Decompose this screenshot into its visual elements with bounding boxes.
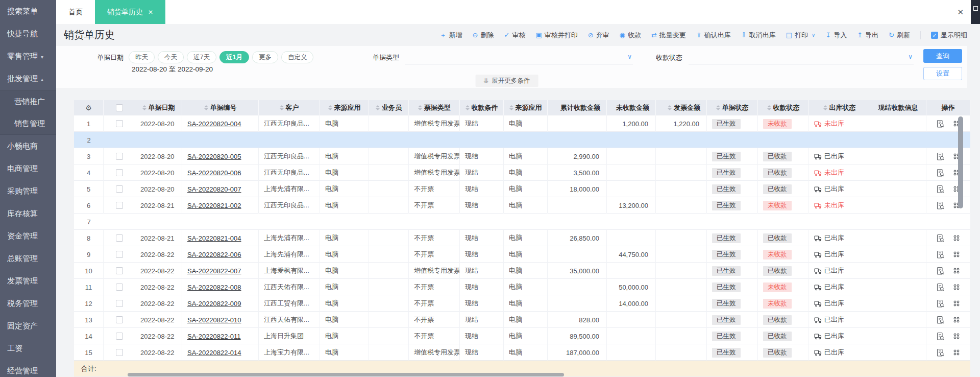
column-header-source[interactable]: 来源应用 — [320, 100, 369, 115]
print-button[interactable]: ▤打印∨ — [786, 31, 816, 40]
settings-button[interactable]: 设置 — [923, 67, 962, 80]
row-checkbox[interactable] — [116, 234, 123, 242]
table-row[interactable]: 42022-08-20SA-20220820-006江西无印良品...电脑增值税… — [74, 164, 970, 181]
tab-home[interactable]: 首页 — [56, 0, 95, 24]
table-row[interactable]: 82022-08-21SA-20220821-004上海先浦有限...电脑不开票… — [74, 230, 970, 246]
doc-number-link[interactable]: SA-20220822-014 — [187, 349, 241, 357]
sort-caret-icon[interactable] — [509, 105, 513, 110]
sort-caret-icon[interactable] — [668, 105, 672, 110]
sort-caret-icon[interactable] — [823, 105, 827, 110]
column-header-ops[interactable]: 操作 — [926, 100, 970, 115]
table-row[interactable]: 152022-08-22SA-20220822-014上海宝力有限...电脑增值… — [74, 344, 970, 361]
sidebar-item-库存核算[interactable]: 库存核算 — [0, 202, 56, 225]
row-checkbox[interactable] — [116, 251, 123, 258]
sort-caret-icon[interactable] — [465, 105, 470, 110]
column-header-invoice_type[interactable]: 票据类型 — [409, 100, 460, 115]
more-actions-icon[interactable] — [953, 349, 960, 356]
sidebar-item-批发管理[interactable]: 批发管理▴ — [0, 67, 56, 90]
row-checkbox[interactable] — [116, 333, 123, 340]
column-header-date[interactable]: 单据日期 — [135, 100, 182, 115]
delete-button[interactable]: ⊖删除 — [473, 31, 494, 40]
sort-caret-icon[interactable] — [376, 105, 380, 110]
sidebar-item-营销推广[interactable]: 营销推广 — [0, 90, 56, 112]
add-button[interactable]: ＋新增 — [440, 31, 462, 40]
sidebar-item-快捷导航[interactable]: 快捷导航 — [0, 22, 56, 45]
column-header-doc_no[interactable]: 单据编号 — [182, 100, 259, 115]
table-row[interactable]: 112022-08-22SA-20220822-008江西天佑有限...电脑不开… — [74, 279, 970, 295]
date-pill-近1月[interactable]: 近1月 — [219, 51, 249, 63]
fullscreen-icon[interactable] — [973, 6, 978, 11]
doc-number-link[interactable]: SA-20220821-004 — [187, 234, 241, 242]
column-header-unreceived[interactable]: 未收款金额 — [607, 100, 656, 115]
column-settings-header[interactable]: ⚙ — [74, 100, 104, 115]
sort-caret-icon[interactable] — [280, 105, 284, 110]
sidebar-item-发票管理[interactable]: 发票管理 — [0, 270, 56, 292]
audit-button[interactable]: ✓审核 — [504, 31, 525, 40]
row-checkbox[interactable] — [116, 120, 123, 127]
more-actions-icon[interactable] — [953, 316, 960, 323]
view-detail-icon[interactable] — [936, 250, 945, 259]
sidebar-item-税务管理[interactable]: 税务管理 — [0, 292, 56, 315]
column-header-out_status[interactable]: 出库状态 — [809, 100, 870, 115]
table-row[interactable]: 32022-08-20SA-20220820-005江西无印良品...电脑增值税… — [74, 148, 970, 164]
doc-number-link[interactable]: SA-20220820-007 — [187, 185, 241, 193]
column-header-pay_status[interactable]: 收款状态 — [758, 100, 809, 115]
query-button[interactable]: 查询 — [923, 49, 962, 63]
more-actions-icon[interactable] — [953, 284, 960, 291]
view-detail-icon[interactable] — [936, 234, 945, 243]
column-header-pay_term[interactable]: 收款条件 — [460, 100, 504, 115]
row-checkbox[interactable] — [116, 316, 123, 323]
row-checkbox[interactable] — [116, 300, 123, 307]
show-detail-toggle[interactable]: ✓显示明细 — [931, 31, 967, 40]
select-all-checkbox[interactable] — [116, 104, 123, 111]
more-actions-icon[interactable] — [953, 333, 960, 340]
batch-change-button[interactable]: ⇄批量变更 — [651, 31, 686, 40]
row-checkbox[interactable] — [116, 169, 123, 176]
export-button[interactable]: ↥导出 — [857, 31, 878, 40]
date-pill-自定义[interactable]: 自定义 — [281, 51, 314, 63]
column-header-cum_received[interactable]: 累计收款金额 — [548, 100, 607, 115]
sort-caret-icon[interactable] — [328, 105, 332, 110]
table-row[interactable]: 2 — [74, 132, 970, 148]
doc-number-link[interactable]: SA-20220821-002 — [187, 202, 241, 209]
column-header-salesman[interactable]: 业务员 — [369, 100, 409, 115]
tab-close-icon[interactable]: ✕ — [148, 9, 153, 16]
table-row[interactable]: 62022-08-21SA-20220821-002江西无印良品...电脑不开票… — [74, 197, 970, 214]
table-row[interactable]: 52022-08-20SA-20220820-007上海先浦有限...电脑不开票… — [74, 181, 970, 197]
doc-number-link[interactable]: SA-20220820-005 — [187, 153, 241, 160]
horizontal-scrollbar[interactable] — [128, 373, 564, 376]
sidebar-item-采购管理[interactable]: 采购管理 — [0, 180, 56, 202]
doc-type-select[interactable]: ∨ — [405, 51, 633, 64]
table-row[interactable]: 12022-08-20SA-20220820-004江西无印良品...电脑增值税… — [74, 115, 970, 132]
column-header-cash_info[interactable]: 现结收款信息 — [870, 100, 926, 115]
date-pill-今天[interactable]: 今天 — [158, 51, 184, 63]
view-detail-icon[interactable] — [936, 299, 945, 308]
sort-caret-icon[interactable] — [716, 105, 720, 110]
table-row[interactable]: 7 — [74, 214, 970, 230]
more-actions-icon[interactable] — [953, 251, 960, 258]
table-row[interactable]: 122022-08-22SA-20220822-009江西工贸有限...电脑不开… — [74, 295, 970, 312]
import-button[interactable]: ↧导入 — [825, 31, 847, 40]
sidebar-item-销售管理[interactable]: 销售管理 — [0, 112, 56, 135]
gear-icon[interactable]: ⚙ — [85, 104, 92, 112]
sidebar-item-资金管理[interactable]: 资金管理 — [0, 225, 56, 247]
pay-status-select[interactable]: ∨ — [689, 51, 914, 64]
row-checkbox[interactable] — [116, 185, 123, 193]
confirm-outbound-button[interactable]: ⇧确认出库 — [696, 31, 731, 40]
doc-number-link[interactable]: SA-20220820-004 — [187, 120, 241, 128]
view-detail-icon[interactable] — [936, 169, 945, 177]
doc-number-link[interactable]: SA-20220822-006 — [187, 251, 241, 258]
table-row[interactable]: 142022-08-22SA-20220822-011上海日升集团电脑不开票现结… — [74, 328, 970, 344]
more-actions-icon[interactable] — [953, 267, 960, 274]
view-detail-icon[interactable] — [936, 201, 945, 210]
vertical-scrollbar[interactable] — [958, 116, 963, 208]
close-icon[interactable]: ✕ — [957, 8, 964, 17]
table-row[interactable]: 92022-08-22SA-20220822-006上海先浦有限...电脑不开票… — [74, 246, 970, 263]
sidebar-item-零售管理[interactable]: 零售管理▾ — [0, 45, 56, 67]
view-detail-icon[interactable] — [936, 316, 945, 324]
cancel-outbound-button[interactable]: ⇩取消出库 — [741, 31, 776, 40]
view-detail-icon[interactable] — [936, 332, 945, 341]
doc-number-link[interactable]: SA-20220820-006 — [187, 169, 241, 177]
doc-number-link[interactable]: SA-20220822-010 — [187, 316, 241, 324]
view-detail-icon[interactable] — [936, 185, 945, 194]
